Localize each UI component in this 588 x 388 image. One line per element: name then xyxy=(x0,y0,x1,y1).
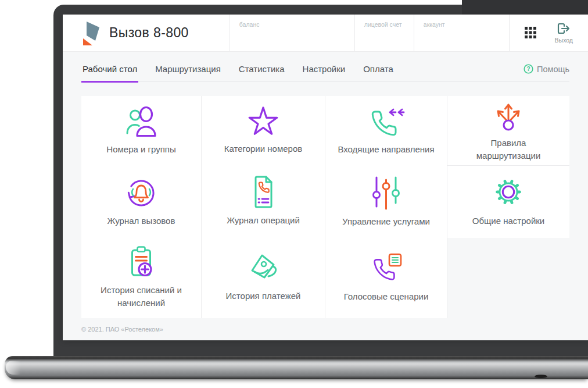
star-icon xyxy=(245,104,282,138)
laptop-bezel-top xyxy=(462,0,588,16)
laptop-foot xyxy=(535,375,547,378)
tile-call-log[interactable]: Журнал вызовов xyxy=(81,166,202,238)
tab-settings[interactable]: Настройки xyxy=(302,64,347,81)
app-screen: Вызов 8-800 баланс лицевой счет аккаунт xyxy=(63,15,588,340)
rostelecom-logo-icon xyxy=(81,20,101,47)
routing-icon xyxy=(490,97,527,132)
sliders-icon xyxy=(368,173,405,211)
tile-payments-history[interactable]: История платежей xyxy=(202,238,325,318)
help-label: Помощь xyxy=(537,65,569,74)
balance-field: баланс xyxy=(230,15,354,51)
tile-label: История платежей xyxy=(226,290,301,302)
tile-operations-log[interactable]: Журнал операций xyxy=(202,166,325,238)
tile-label: Номера и группы xyxy=(106,143,175,156)
balance-label: баланс xyxy=(239,21,354,28)
tile-label: История списаний и начислений xyxy=(93,284,189,309)
tab-routing[interactable]: Маршрутизация xyxy=(154,64,222,81)
tile-label: Журнал вызовов xyxy=(107,215,175,227)
logout-label: Выход xyxy=(555,37,573,44)
tile-general-settings[interactable]: Общие настройки xyxy=(447,166,569,238)
clipboard-plus-icon xyxy=(123,244,160,279)
apps-grid-icon xyxy=(525,27,537,40)
incoming-call-icon xyxy=(368,104,405,138)
tile-label: Общие настройки xyxy=(472,215,545,227)
header-actions: Выход xyxy=(509,15,573,51)
tile-label: Правила маршрутизации xyxy=(459,137,558,162)
tile-label: Входящие направления xyxy=(338,143,434,156)
app-header: Вызов 8-800 баланс лицевой счет аккаунт xyxy=(63,15,588,52)
tile-voice-scenarios[interactable]: Голосовые сценарии xyxy=(325,238,447,318)
logout-button[interactable]: Выход xyxy=(555,22,573,44)
tile-label: Голосовые сценарии xyxy=(344,290,429,303)
tile-charges-history[interactable]: История списаний и начислений xyxy=(81,238,202,318)
tab-payment[interactable]: Оплата xyxy=(362,64,395,81)
tab-desktop[interactable]: Рабочий стол xyxy=(81,64,138,83)
tile-routing-rules[interactable]: Правила маршрутизации xyxy=(447,96,569,166)
tile-number-categories[interactable]: Категории номеров xyxy=(202,96,325,166)
account-number-field: лицевой счет xyxy=(354,15,414,51)
app-title: Вызов 8-800 xyxy=(109,25,189,41)
laptop-base xyxy=(5,356,588,379)
tile-incoming-directions[interactable]: Входящие направления xyxy=(325,96,447,166)
svg-text:?: ? xyxy=(526,66,530,72)
account-field: аккаунт xyxy=(414,15,495,51)
tile-label: Управление услугами xyxy=(342,215,430,228)
account-label: аккаунт xyxy=(424,21,495,28)
page: Вызов 8-800 баланс лицевой счет аккаунт xyxy=(0,0,588,388)
help-button[interactable]: ? Помощь xyxy=(524,64,569,81)
tile-label: Журнал операций xyxy=(227,214,300,227)
tile-numbers-groups[interactable]: Номера и группы xyxy=(81,96,202,166)
gear-icon xyxy=(490,174,527,210)
logout-icon xyxy=(557,22,571,35)
call-log-icon xyxy=(122,174,160,210)
wallet-icon xyxy=(245,251,282,285)
operations-log-icon xyxy=(245,175,282,209)
apps-grid-button[interactable] xyxy=(525,27,537,40)
tab-statistics[interactable]: Статистика xyxy=(238,64,286,81)
dashboard-grid: Номера и группы Категории номеров xyxy=(81,96,569,318)
tile-label: Категории номеров xyxy=(224,143,302,155)
account-number-label: лицевой счет xyxy=(364,21,414,28)
help-question-icon: ? xyxy=(524,64,533,74)
voice-script-icon xyxy=(368,251,405,286)
tile-service-management[interactable]: Управление услугами xyxy=(325,166,447,238)
copyright: © 2021. ПАО «Ростелеком» xyxy=(81,318,569,333)
users-icon xyxy=(123,104,159,138)
header-fields: баланс лицевой счет аккаунт xyxy=(230,15,495,51)
tab-bar: Рабочий стол Маршрутизация Статистика На… xyxy=(81,52,569,82)
